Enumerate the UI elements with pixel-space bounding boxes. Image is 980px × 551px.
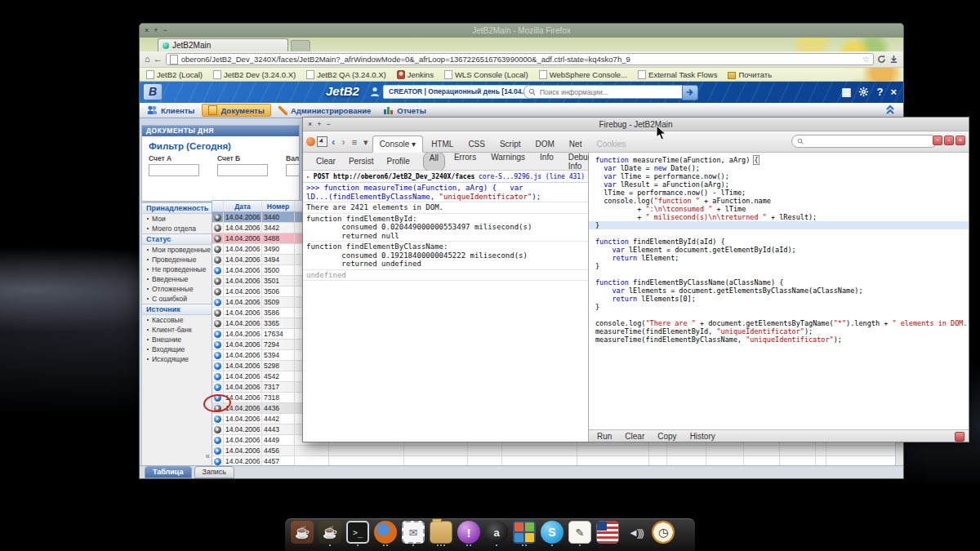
jet-search-box[interactable] <box>523 85 687 99</box>
clock-icon[interactable]: ◷ <box>652 521 675 544</box>
filter-info[interactable]: Info <box>534 152 559 171</box>
document-sphere-icon[interactable] <box>214 278 221 285</box>
firefox-icon[interactable] <box>374 521 397 544</box>
console-entry[interactable]: function findElementById: consumed 0.020… <box>303 214 588 242</box>
editor-button-copy[interactable]: Copy <box>657 432 676 441</box>
folder-icon[interactable] <box>430 521 452 544</box>
firebug-search-box[interactable] <box>791 135 938 148</box>
firefox-titlebar[interactable]: × + − JetB2Main - Mozilla Firefox <box>140 24 903 38</box>
window-button-icon[interactable]: ▫ <box>944 136 954 145</box>
view-tab-inactive[interactable]: Запись <box>194 466 235 478</box>
firebug-tab-cookies[interactable]: Cookies <box>590 136 632 152</box>
help-icon[interactable]: ? <box>876 84 883 100</box>
document-sphere-icon[interactable] <box>214 256 221 264</box>
editor-button-clear[interactable]: Clear <box>625 432 644 441</box>
editor-button-run[interactable]: Run <box>597 432 612 441</box>
inspect-icon[interactable] <box>317 136 327 147</box>
console-entry[interactable]: function findElementByClassName: consume… <box>303 242 588 270</box>
terminal-icon[interactable]: >_ <box>346 521 369 544</box>
network-request-row[interactable]: ▸ POST http://oberon6/JetB2_Dev_3240X/fa… <box>303 171 588 183</box>
document-sphere-icon[interactable] <box>214 437 221 444</box>
expand-icon[interactable]: ▸ <box>306 173 310 180</box>
table-row[interactable]: 14.04.20064456 <box>212 446 896 456</box>
request-source-link[interactable]: core-S...9296.js (line 431) <box>479 173 585 180</box>
document-sphere-icon[interactable] <box>214 362 221 370</box>
music-icon[interactable]: a <box>485 521 508 544</box>
collapse-chevrons-icon[interactable] <box>885 104 895 115</box>
account-b-input[interactable] <box>217 164 268 176</box>
coffee-cup-icon[interactable]: ☕ <box>318 521 341 544</box>
document-sphere-icon[interactable] <box>214 384 221 391</box>
home-icon[interactable]: ⌂ <box>145 51 150 67</box>
sidebar-item[interactable]: Клиент-банк <box>142 325 212 335</box>
keypad-icon[interactable]: ▦ <box>841 84 851 100</box>
skype-icon[interactable]: S <box>541 521 564 544</box>
firebug-tab-css[interactable]: CSS <box>461 136 492 152</box>
bookmark-item[interactable]: WLS Console (Local) <box>444 70 528 79</box>
firebug-titlebar[interactable]: × + − Firebug - JetB2Main <box>303 118 969 131</box>
history-forward-icon[interactable]: › <box>339 133 347 151</box>
volume-icon[interactable]: ◄))) <box>624 521 647 544</box>
window-button-icon[interactable]: − <box>933 136 942 145</box>
bookmark-item[interactable]: Jenkins <box>397 70 434 79</box>
reload-icon[interactable] <box>877 55 886 64</box>
sidebar-collapse-icon[interactable]: « <box>205 451 210 460</box>
document-sphere-icon[interactable] <box>214 246 221 253</box>
document-sphere-icon[interactable] <box>214 479 221 480</box>
firebug-icon[interactable] <box>306 137 315 146</box>
nav-item[interactable]: Документы <box>202 104 270 117</box>
notes-icon[interactable]: ✎ <box>568 521 591 544</box>
bookmark-star-icon[interactable]: ☆ <box>862 55 870 64</box>
sidebar-item[interactable]: Входящие <box>142 344 212 354</box>
firebug-tab-dom[interactable]: DOM <box>529 136 561 152</box>
document-sphere-icon[interactable] <box>214 320 221 327</box>
options-dropdown-icon[interactable]: ▾ <box>361 133 371 151</box>
download-icon[interactable] <box>889 55 898 64</box>
nav-item[interactable]: Клиенты <box>141 104 200 117</box>
firebug-search-input[interactable] <box>807 136 932 146</box>
document-sphere-icon[interactable] <box>214 458 221 465</box>
document-sphere-icon[interactable] <box>214 352 221 359</box>
sidebar-item[interactable]: Не проведенные <box>142 264 212 274</box>
document-sphere-icon[interactable] <box>214 373 221 380</box>
document-sphere-icon[interactable] <box>214 415 221 423</box>
firebug-tab-console[interactable]: Console ▾ <box>372 136 424 153</box>
sidebar-item[interactable]: Отложенные <box>142 284 212 294</box>
sidebar-item[interactable]: Введенные <box>142 274 212 284</box>
new-tab-button[interactable] <box>291 40 310 51</box>
window-button-icon[interactable]: × <box>956 136 965 145</box>
firebug-tab-script[interactable]: Script <box>493 136 528 152</box>
console-button-persist[interactable]: Persist <box>345 156 377 167</box>
console-entry[interactable]: undefined <box>303 270 588 282</box>
history-back-icon[interactable]: ‹ <box>329 133 337 151</box>
document-sphere-icon[interactable] <box>214 288 221 295</box>
sidebar-item[interactable]: Внешние <box>142 335 212 344</box>
editor-button-history[interactable]: History <box>690 432 715 441</box>
url-bar[interactable]: oberon6/JetB2_Dev_3240X/faces/JetB2Main?… <box>166 53 874 65</box>
filter-errors[interactable]: Errors <box>448 152 482 171</box>
sidebar-item[interactable]: Кассовые <box>142 315 212 325</box>
console-button-clear[interactable]: Clear <box>313 156 339 167</box>
firebug-tab-net[interactable]: Net <box>563 136 589 152</box>
bookmark-item[interactable]: Почитать <box>728 70 772 79</box>
command-editor[interactable]: function measureTime(aFunction, aArg) { … <box>589 153 969 429</box>
document-sphere-icon[interactable] <box>214 331 221 338</box>
sidebar-item[interactable]: Мои проведенные <box>142 245 212 255</box>
bookmark-item[interactable]: JetB2 (Local) <box>146 70 203 79</box>
account-a-input[interactable] <box>149 164 199 176</box>
nav-item[interactable]: Администрирование <box>273 104 376 117</box>
document-sphere-icon[interactable] <box>214 341 221 349</box>
header-date[interactable]: Дата <box>224 201 262 211</box>
chat-icon[interactable]: ! <box>457 521 480 544</box>
sidebar-item[interactable]: С ошибкой <box>142 294 212 304</box>
firebug-off-icon[interactable] <box>955 432 964 442</box>
document-sphere-icon[interactable] <box>214 309 221 317</box>
search-go-button[interactable] <box>682 85 698 100</box>
console-button-profile[interactable]: Profile <box>383 156 412 167</box>
nav-item[interactable]: Отчеты <box>378 104 431 117</box>
currency-input[interactable] <box>286 164 299 176</box>
filter-warnings[interactable]: Warnings <box>485 152 531 171</box>
mail-icon[interactable]: ✉ <box>402 521 425 544</box>
firebug-tab-html[interactable]: HTML <box>425 136 460 152</box>
bookmark-item[interactable]: JetB2 Dev (3.24.0.X) <box>213 70 296 79</box>
